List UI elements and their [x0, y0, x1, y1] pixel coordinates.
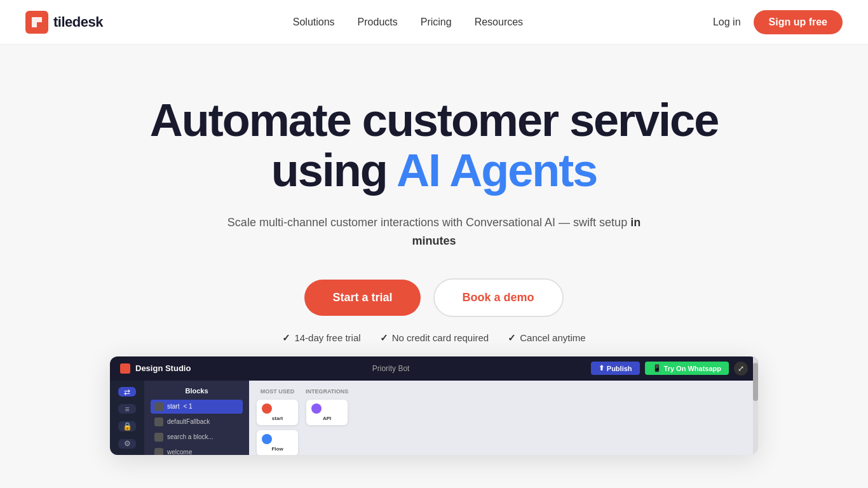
canvas-column-integrations: Integrations API	[306, 388, 348, 425]
nav-item-pricing[interactable]: Pricing	[421, 17, 452, 28]
app-center-label: Priority Bot	[372, 364, 410, 373]
nav-links: Solutions Products Pricing Resources	[293, 17, 523, 28]
blocks-panel-title: Blocks	[151, 387, 243, 395]
sidebar-gear-icon[interactable]: ⚙	[118, 439, 136, 449]
app-header-left: Design Studio	[120, 363, 191, 374]
signup-button[interactable]: Sign up free	[754, 10, 843, 34]
node-title-flow: Flow	[262, 446, 293, 452]
blocks-panel: Blocks start < 1 defaultFallback search …	[144, 381, 249, 455]
hero-headline-accent: AI Agents	[397, 145, 597, 196]
logo-text: tiledesk	[53, 14, 103, 30]
block-label-start: start	[167, 403, 179, 410]
block-label-welcome: welcome	[167, 449, 192, 455]
block-icon-welcome	[154, 448, 163, 455]
sidebar-filter-icon[interactable]: ≡	[118, 404, 136, 414]
publish-button[interactable]: ⬆ Publish	[591, 362, 640, 375]
node-title-start: start	[262, 416, 293, 421]
publish-icon: ⬆	[599, 364, 604, 372]
logo-link[interactable]: tiledesk	[25, 11, 103, 34]
canvas-column-most-used: Most Used start Flow	[257, 388, 298, 455]
hero-subheadline: Scale multi-channel customer interaction…	[224, 214, 644, 250]
hero-cta: Start a trial Book a demo	[304, 278, 563, 317]
app-logo-icon	[120, 363, 130, 374]
hero-headline-part2: using	[271, 145, 397, 196]
node-icon-flow	[262, 434, 272, 444]
whatsapp-label: Try On Whatsapp	[664, 365, 721, 372]
block-item-start[interactable]: start < 1	[151, 400, 243, 414]
nav-link-pricing[interactable]: Pricing	[421, 17, 452, 27]
feature-no-card-label: No credit card required	[392, 332, 489, 343]
check-icon-2: ✓	[380, 332, 388, 344]
nav-link-solutions[interactable]: Solutions	[293, 17, 335, 27]
nav-actions: Log in Sign up free	[713, 10, 843, 34]
node-title-integration: API	[311, 416, 342, 421]
app-canvas: Most Used start Flow Integrations API	[249, 381, 758, 455]
check-icon-3: ✓	[508, 332, 516, 344]
block-item-search[interactable]: search a block...	[151, 430, 243, 444]
nav-link-products[interactable]: Products	[358, 17, 398, 27]
login-link[interactable]: Log in	[713, 17, 741, 28]
nav-item-solutions[interactable]: Solutions	[293, 17, 335, 28]
app-title: Design Studio	[135, 363, 191, 373]
node-icon-integration	[311, 403, 322, 414]
scrollbar[interactable]	[753, 356, 758, 455]
canvas-node-integration: API	[306, 400, 348, 425]
book-demo-button[interactable]: Book a demo	[433, 278, 564, 317]
block-sub-start: < 1	[183, 403, 192, 410]
navbar: tiledesk Solutions Products Pricing Reso…	[0, 0, 868, 44]
hero-section: Automate customer service using AI Agent…	[0, 44, 868, 487]
check-icon-1: ✓	[282, 332, 290, 344]
app-preview-body: ⇄ ≡ 🔒 ⚙ Blocks start < 1 defaultFallback	[110, 381, 758, 455]
feature-cancel-label: Cancel anytime	[520, 332, 585, 343]
expand-icon: ⤢	[738, 364, 744, 373]
feature-trial: ✓ 14-day free trial	[282, 332, 360, 344]
block-icon-search	[154, 433, 163, 442]
app-sidebar: ⇄ ≡ 🔒 ⚙	[110, 381, 144, 455]
publish-label: Publish	[607, 365, 632, 372]
app-preview: Design Studio Priority Bot ⬆ Publish 📱 T…	[110, 356, 758, 455]
expand-button[interactable]: ⤢	[734, 362, 748, 376]
sidebar-lock-icon[interactable]: 🔒	[118, 421, 136, 431]
nav-item-products[interactable]: Products	[358, 17, 398, 28]
scrollbar-thumb	[753, 363, 758, 401]
feature-trial-label: 14-day free trial	[294, 332, 360, 343]
hero-headline: Automate customer service using AI Agent…	[150, 95, 718, 196]
nav-item-resources[interactable]: Resources	[475, 17, 523, 28]
block-item-fallback[interactable]: defaultFallback	[151, 415, 243, 429]
try-whatsapp-button[interactable]: 📱 Try On Whatsapp	[645, 362, 729, 375]
sidebar-share-icon[interactable]: ⇄	[118, 387, 136, 396]
canvas-node-start: start	[257, 400, 298, 425]
tiledesk-logo-icon	[25, 11, 48, 34]
app-preview-header: Design Studio Priority Bot ⬆ Publish 📱 T…	[110, 356, 758, 381]
canvas-node-flow: Flow	[257, 430, 298, 455]
block-icon-start	[154, 402, 163, 411]
hero-subheadline-before: Scale multi-channel customer interaction…	[227, 216, 630, 229]
feature-no-card: ✓ No credit card required	[380, 332, 489, 344]
block-item-welcome[interactable]: welcome	[151, 445, 243, 455]
column-label-integrations: Integrations	[306, 388, 348, 395]
feature-cancel: ✓ Cancel anytime	[508, 332, 585, 344]
whatsapp-icon: 📱	[653, 364, 661, 372]
block-label-fallback: defaultFallback	[167, 418, 210, 425]
block-label-search: search a block...	[167, 433, 214, 440]
column-label-most-used: Most Used	[261, 388, 295, 395]
node-icon-start	[262, 403, 272, 414]
block-icon-fallback	[154, 417, 163, 426]
hero-features: ✓ 14-day free trial ✓ No credit card req…	[282, 332, 585, 344]
app-header-right: ⬆ Publish 📱 Try On Whatsapp ⤢	[591, 362, 748, 376]
start-trial-button[interactable]: Start a trial	[304, 280, 420, 316]
hero-headline-part1: Automate customer service	[150, 95, 718, 146]
nav-link-resources[interactable]: Resources	[475, 17, 523, 27]
